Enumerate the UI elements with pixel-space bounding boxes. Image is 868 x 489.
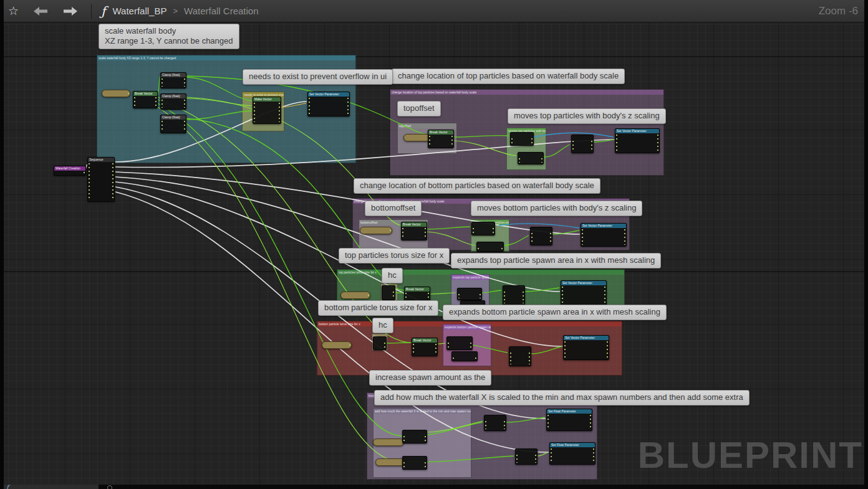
node-scale-get[interactable]	[102, 90, 130, 97]
node-make-vector[interactable]: Make Vector	[253, 97, 281, 124]
node-output-pins[interactable]	[83, 171, 85, 174]
node-output-pins[interactable]	[604, 286, 606, 303]
node-output-pins[interactable]	[592, 448, 595, 463]
node-top-add[interactable]	[571, 135, 594, 153]
node-input-pins[interactable]	[550, 448, 552, 463]
node-output-pins[interactable]	[424, 435, 427, 442]
breadcrumb-root[interactable]: Waterfall_BP	[112, 6, 166, 16]
node-input-pins[interactable]	[477, 247, 480, 250]
comment-title-label-hc-bottom[interactable]: hc	[372, 318, 393, 333]
node-break-vector-3[interactable]: Break Vector	[401, 222, 427, 240]
node-top-torus-get[interactable]	[340, 292, 370, 299]
comment-title-label-hc-top[interactable]: hc	[382, 268, 403, 283]
node-output-pins[interactable]	[522, 291, 524, 303]
node-output-pins[interactable]	[424, 462, 427, 468]
comment-title-label-expands-top-spawn[interactable]: expands top particle spawn area in x wit…	[451, 253, 661, 268]
node-input-pins[interactable]	[161, 120, 163, 131]
node-output-pins[interactable]	[479, 293, 481, 298]
node-output-pins[interactable]	[112, 163, 114, 200]
forward-arrow-icon[interactable]	[62, 6, 79, 16]
comment-title-label-bottomoffset[interactable]: bottomoffset	[365, 201, 422, 216]
node-input-pins[interactable]	[572, 140, 574, 151]
node-output-pins[interactable]	[589, 414, 592, 429]
node-input-pins[interactable]	[458, 293, 460, 298]
node-output-pins[interactable]	[475, 357, 477, 359]
node-input-pins[interactable]	[503, 291, 506, 303]
node-output-pins[interactable]	[606, 341, 609, 358]
blueprint-graph-canvas[interactable]: BLUEPRINT ☆ ƒ Waterfall_BP > Waterfall C…	[0, 0, 868, 489]
node-output-pins[interactable]	[503, 420, 506, 429]
comment-header-expands-top-spawn[interactable]: expands top particle spawn area in x wit…	[451, 275, 489, 280]
node-set-vector-param-4[interactable]: Set Vector Parameter	[561, 280, 607, 305]
node-output-pins[interactable]	[591, 140, 593, 151]
node-set-vector-param-3[interactable]: Set Vector Parameter	[581, 223, 627, 247]
node-output-pins[interactable]	[470, 342, 472, 348]
node-set-vector-param-1[interactable]: Set Vector Parameter	[307, 92, 350, 116]
node-hc-top-node[interactable]	[382, 285, 395, 300]
breadcrumb-current[interactable]: Waterfall Creation	[184, 6, 259, 16]
comment-header-expands-bottom-spawn[interactable]: expands bottom particle spawn area in x …	[443, 325, 491, 330]
node-set-vector-param-5[interactable]: Set Vector Parameter	[563, 335, 609, 360]
node-clamp-1[interactable]: Clamp (float)	[160, 72, 186, 88]
node-output-pins[interactable]	[349, 344, 351, 347]
node-top-mult-2[interactable]	[518, 152, 544, 164]
comment-title-label-expands-bottom-spawn[interactable]: expands bottom particle spawn area in x …	[443, 305, 667, 320]
node-output-pins[interactable]	[534, 454, 537, 463]
bottom-tab[interactable]: ƒ	[4, 485, 99, 489]
node-bot-mult-2[interactable]	[476, 242, 504, 252]
node-input-pins[interactable]	[161, 78, 163, 87]
node-clamp-2[interactable]: Clamp (float)	[160, 93, 186, 110]
node-input-pins[interactable]	[516, 454, 518, 463]
back-arrow-icon[interactable]	[32, 6, 49, 16]
node-input-pins[interactable]	[547, 414, 549, 429]
node-input-pins[interactable]	[615, 134, 618, 151]
node-top-spawn-add[interactable]	[503, 285, 525, 305]
node-input-pins[interactable]	[531, 232, 533, 244]
node-output-pins[interactable]	[424, 227, 427, 239]
node-bottom-torus-get[interactable]	[322, 341, 352, 349]
node-event-waterfall-creation[interactable]: Waterfall Creation	[54, 166, 86, 176]
node-output-pins[interactable]	[501, 247, 503, 250]
node-output-pins[interactable]	[347, 97, 349, 115]
node-output-pins[interactable]	[278, 102, 281, 122]
node-output-pins[interactable]	[549, 232, 552, 244]
node-input-pins[interactable]	[253, 102, 256, 122]
node-input-pins[interactable]	[485, 420, 487, 429]
node-set-float-param-1[interactable]: Set Float Parameter	[546, 409, 592, 431]
node-top-mult-1[interactable]	[510, 132, 534, 146]
node-spawn-min-get[interactable]	[373, 439, 404, 446]
comment-title-label-add-how-much[interactable]: add how much the waterfall X is scaled t…	[374, 390, 750, 406]
node-input-pins[interactable]	[402, 227, 404, 239]
node-input-pins[interactable]	[564, 341, 566, 358]
node-output-pins[interactable]	[531, 138, 533, 144]
node-clamp-3[interactable]: Clamp (float)	[160, 115, 186, 133]
node-input-pins[interactable]	[133, 97, 136, 107]
node-input-pins[interactable]	[509, 352, 512, 364]
comment-title-label-topoffset[interactable]: topoffset	[397, 101, 441, 116]
comment-title-label-increase-spawn-amount[interactable]: increase spawn amount as the	[369, 370, 491, 386]
comment-title-label-top-particles-location[interactable]: change location of top particles based o…	[392, 69, 625, 84]
node-input-pins[interactable]	[472, 227, 475, 234]
node-output-pins[interactable]	[183, 99, 186, 108]
node-output-pins[interactable]	[435, 343, 437, 354]
node-input-pins[interactable]	[561, 286, 564, 303]
comment-title-label-overflow-ui[interactable]: needs to exist to prevent overflow in ui	[243, 69, 393, 85]
comment-header-add-how-much[interactable]: add how much the waterfall X is scaled t…	[374, 409, 471, 414]
favorite-star-icon[interactable]: ☆	[8, 0, 19, 22]
node-output-pins[interactable]	[657, 134, 659, 151]
node-input-pins[interactable]	[428, 135, 431, 146]
node-bot-spawn-1[interactable]	[446, 336, 473, 350]
node-spawn-add-2[interactable]	[402, 456, 427, 470]
node-output-pins[interactable]	[392, 291, 395, 298]
node-bot-add[interactable]	[530, 227, 552, 245]
node-input-pins[interactable]	[403, 462, 405, 468]
node-break-vector-5[interactable]: Break Vector	[412, 338, 438, 356]
node-output-pins[interactable]	[367, 294, 370, 297]
node-input-pins[interactable]	[452, 357, 455, 359]
node-output-pins[interactable]	[183, 78, 186, 87]
node-input-pins[interactable]	[511, 138, 513, 144]
node-set-vector-param-2[interactable]: Set Vector Parameter	[615, 128, 660, 153]
node-bot-mult-1[interactable]	[471, 222, 495, 235]
comment-title-label-scale-waterfall-body[interactable]: scale waterfall bodyXZ range 1-3, Y cann…	[99, 24, 239, 49]
comment-title-label-bottom-particles-location[interactable]: change location of bottom particles base…	[354, 178, 600, 194]
